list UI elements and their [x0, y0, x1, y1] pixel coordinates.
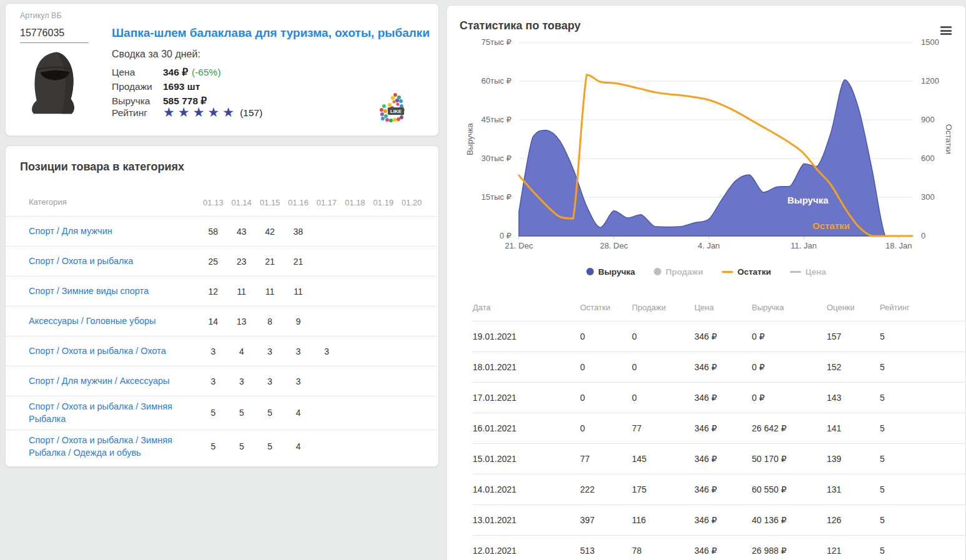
stats-cell: 5: [880, 546, 930, 556]
stats-cell: 143: [827, 393, 880, 403]
legend-item-Остатки[interactable]: Остатки: [722, 267, 771, 277]
category-link[interactable]: Спорт / Охота и рыбалка / Зимняя Рыбалка: [29, 401, 172, 424]
stats-cell: 0: [580, 393, 632, 403]
svg-text:18. Jan: 18. Jan: [885, 241, 912, 250]
stats-cell: 152: [827, 362, 880, 372]
date-column-header: 01.14: [227, 198, 255, 207]
legend-label: Остатки: [737, 267, 771, 277]
product-title-link[interactable]: Шапка-шлем балаклава для туризма, охоты,…: [112, 26, 430, 40]
svg-text:Остатки: Остатки: [944, 124, 954, 154]
position-value: 3: [284, 376, 312, 386]
stats-cell: 116: [632, 515, 694, 525]
date-column-header: 01.20: [398, 198, 426, 207]
category-link[interactable]: Спорт / Охота и рыбалка / Охота: [29, 346, 166, 356]
stats-cell: 346 ₽: [694, 515, 752, 525]
category-link[interactable]: Спорт / Для мужчин / Аксессуары: [29, 376, 169, 386]
position-value: 11: [255, 287, 283, 297]
legend-marker-icon: [654, 268, 661, 275]
legend-item-Продажи[interactable]: Продажи: [654, 267, 703, 277]
stats-cell: 175: [632, 484, 694, 494]
category-link[interactable]: Спорт / Охота и рыбалка: [29, 256, 133, 266]
legend-label: Продажи: [666, 267, 703, 277]
stats-cell: 0: [580, 362, 632, 372]
stats-column-header: Оценки: [827, 303, 880, 312]
category-link[interactable]: Спорт / Зимние виды спорта: [29, 286, 149, 296]
info-label: Выручка: [112, 96, 163, 107]
svg-text:28. Dec: 28. Dec: [600, 241, 628, 250]
page: Артикул ВБ 15776035 Шапка-шлем балаклава…: [0, 0, 966, 560]
stats-cell: 346 ₽: [694, 484, 752, 494]
position-value: 3: [199, 346, 227, 356]
product-card: Артикул ВБ 15776035 Шапка-шлем балаклава…: [5, 3, 439, 136]
stats-cell: 13.01.2021: [473, 515, 580, 525]
stock-inplot-label: Остатки: [812, 220, 850, 231]
date-column-header: 01.15: [255, 198, 283, 207]
chart-menu-hamburger-icon[interactable]: [940, 26, 952, 35]
legend-label: Цена: [806, 267, 826, 277]
position-value: 5: [227, 441, 255, 451]
legend-marker-icon: [722, 271, 733, 273]
summary-title: Сводка за 30 дней:: [112, 49, 200, 60]
stats-row: 14.01.2021222175346 ₽60 550 ₽1315: [473, 474, 965, 505]
stats-cell: 513: [580, 546, 632, 556]
position-value: 5: [255, 441, 283, 451]
position-value: 38: [284, 227, 312, 237]
legend-item-Цена[interactable]: Цена: [790, 267, 826, 277]
stats-cell: 5: [880, 515, 930, 525]
stats-chart[interactable]: 0 ₽015тыс ₽30030тыс ₽60045тыс ₽90060тыс …: [447, 34, 954, 256]
stats-cell: 222: [580, 484, 632, 494]
date-column-header: 01.17: [312, 198, 340, 207]
stats-cell: 5: [880, 423, 930, 433]
category-cell: Спорт / Зимние виды спорта: [29, 281, 199, 301]
stats-cell: 121: [827, 546, 880, 556]
positions-row: Спорт / Охота и рыбалка / Зимняя Рыбалка…: [6, 430, 438, 463]
stats-cell: 5: [880, 454, 930, 464]
article-label: Артикул ВБ: [20, 11, 62, 20]
stats-column-header: Продажи: [632, 303, 694, 312]
position-value: 8: [255, 317, 283, 327]
positions-card-title: Позиции товара в категориях: [6, 146, 438, 174]
position-value: 21: [284, 257, 312, 267]
stats-card: Статистика по товару 0 ₽015тыс ₽30030тыс…: [446, 5, 966, 560]
stats-cell: 18.01.2021: [473, 362, 580, 372]
product-image: [21, 49, 91, 119]
stats-cell: 346 ₽: [694, 546, 752, 556]
stats-row: 17.01.202100346 ₽0 ₽1435: [473, 383, 965, 413]
stats-row: 15.01.202177145346 ₽50 170 ₽1395: [473, 444, 965, 474]
stats-cell: 60 550 ₽: [752, 484, 827, 494]
position-value: 3: [312, 346, 340, 356]
date-column-header: 01.19: [369, 198, 397, 207]
position-value: 3: [255, 376, 283, 386]
stats-row: 13.01.2021397116346 ₽40 136 ₽1265: [473, 505, 965, 536]
positions-row: Аксессуары / Головные уборы141389: [6, 306, 438, 336]
positions-row: Спорт / Зимние виды спорта12111111: [6, 276, 438, 306]
stats-row: 16.01.2021077346 ₽26 642 ₽1415: [473, 413, 965, 444]
category-link[interactable]: Аксессуары / Головные уборы: [29, 316, 156, 326]
position-value: 5: [227, 408, 255, 418]
stats-cell: 346 ₽: [694, 454, 752, 464]
stats-cell: 139: [827, 454, 880, 464]
svg-text:0: 0: [921, 231, 925, 240]
positions-row: Спорт / Для мужчин / Аксессуары3333: [6, 366, 438, 396]
stats-cell: 16.01.2021: [473, 423, 580, 433]
category-link[interactable]: Спорт / Охота и рыбалка / Зимняя Рыбалка…: [29, 435, 172, 458]
position-value: 4: [284, 441, 312, 451]
position-value: 58: [199, 227, 227, 237]
category-cell: Спорт / Для мужчин / Аксессуары: [29, 371, 199, 391]
stats-cell: 5: [880, 484, 930, 494]
rating-count: (157): [240, 107, 262, 119]
stats-cell: 346 ₽: [694, 423, 752, 433]
svg-text:600: 600: [921, 154, 935, 163]
stats-header-row: ДатаОстаткиПродажиЦенаВыручкаОценкиРейти…: [473, 293, 965, 322]
positions-card: Позиции товара в категориях Категория01.…: [5, 145, 439, 467]
revenue-inplot-label: Выручка: [787, 195, 829, 205]
stats-cell: 5: [880, 393, 930, 403]
category-cell: Спорт / Охота и рыбалка: [29, 251, 199, 271]
date-column-header: 01.16: [284, 198, 312, 207]
like-sticker-text: LIKE: [390, 109, 402, 114]
legend-item-Выручка[interactable]: Выручка: [586, 267, 635, 277]
category-link[interactable]: Спорт / Для мужчин: [29, 226, 112, 236]
stats-cell: 14.01.2021: [473, 484, 580, 494]
svg-text:45тыс ₽: 45тыс ₽: [481, 115, 511, 124]
stats-table: ДатаОстаткиПродажиЦенаВыручкаОценкиРейти…: [447, 293, 965, 560]
